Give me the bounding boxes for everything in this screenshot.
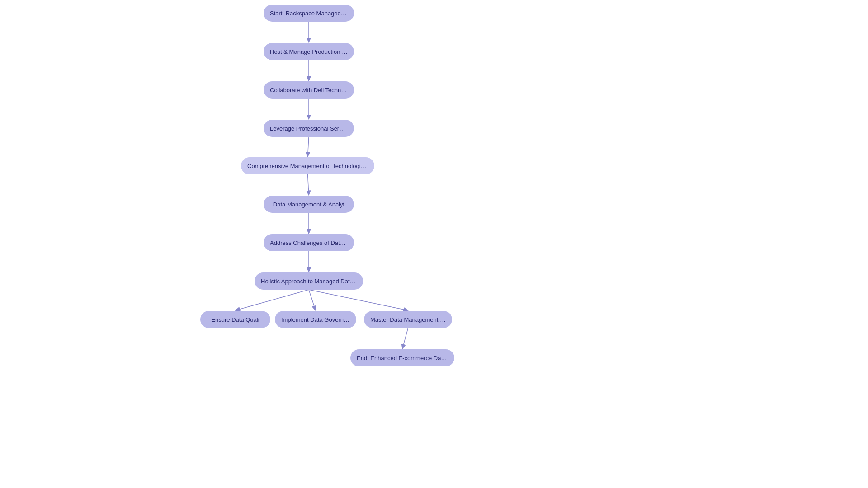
node-label-n7: Address Challenges of Data La [270,239,348,246]
flowchart-node-n6: Data Management & Analyt [264,196,354,213]
node-label-n4: Leverage Professional Services Te [270,125,348,132]
flowchart-node-n10: Implement Data Governan [275,311,356,328]
flowchart-node-n8: Holistic Approach to Managed Data Ser [255,272,363,290]
edge-n8-n9 [236,290,309,310]
node-label-n12: End: Enhanced E-commerce Data Manage [357,355,448,361]
node-label-n3: Collaborate with Dell Technolog [270,87,348,94]
flowchart-node-n11: Master Data Management (MI [364,311,452,328]
node-label-n1: Start: Rackspace Managed Data Se [270,10,348,17]
diagram-container: Start: Rackspace Managed Data SeHost & M… [0,0,868,488]
edge-n11-n12 [402,328,408,349]
flowchart-node-n7: Address Challenges of Data La [264,234,354,251]
edge-n8-n11 [309,290,408,310]
flowchart-node-n3: Collaborate with Dell Technolog [264,81,354,99]
node-label-n10: Implement Data Governan [281,316,350,323]
node-label-n11: Master Data Management (MI [370,316,446,323]
flowchart-node-n2: Host & Manage Production Worklo [264,43,354,60]
flowchart-node-n4: Leverage Professional Services Te [264,120,354,137]
flowchart-node-n1: Start: Rackspace Managed Data Se [264,5,354,22]
flowchart-node-n12: End: Enhanced E-commerce Data Manage [350,349,454,366]
node-label-n6: Data Management & Analyt [273,201,344,208]
flowchart-node-n9: Ensure Data Quali [200,311,270,328]
node-label-n2: Host & Manage Production Worklo [270,48,348,55]
edge-n8-n10 [309,290,316,310]
edge-n4-n5 [308,137,309,157]
node-label-n8: Holistic Approach to Managed Data Ser [261,278,357,285]
flowchart-node-n5: Comprehensive Management of Technologica… [241,157,374,174]
node-label-n9: Ensure Data Quali [211,316,259,323]
edge-n5-n6 [308,174,309,195]
node-label-n5: Comprehensive Management of Technologica… [247,163,368,169]
diagram-svg [0,0,868,488]
